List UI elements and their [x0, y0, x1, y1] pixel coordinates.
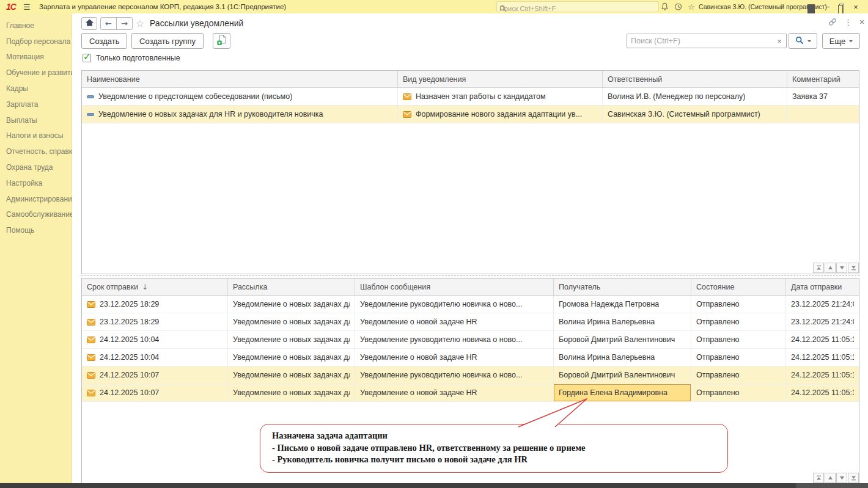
message-row[interactable]: 24.12.2025 10:07Уведомление о новых зада…	[82, 384, 859, 402]
back-button[interactable]: ←	[100, 17, 117, 30]
home-button[interactable]	[81, 17, 97, 30]
message-due-cell[interactable]: 23.12.2025 18:29	[82, 296, 228, 313]
sidebar-item[interactable]: Кадры	[0, 81, 72, 97]
message-status-cell[interactable]: Отправлено	[691, 331, 786, 348]
filter-prepared-checkbox[interactable]: ✓ Только подготовленные	[83, 54, 180, 62]
column-header-responsible[interactable]: Ответственный	[603, 71, 787, 87]
go-top-button[interactable]	[813, 473, 824, 483]
sidebar-item[interactable]: Настройка	[0, 175, 72, 191]
restore-button[interactable]	[836, 0, 846, 13]
message-mailing-cell[interactable]: Уведомление о новых задачах для HR...	[228, 331, 355, 348]
close-form-icon[interactable]: ×	[859, 17, 864, 27]
mailing-comment-cell[interactable]: Заявка 37	[787, 88, 859, 105]
message-due-cell[interactable]: 23.12.2025 18:29	[82, 313, 228, 330]
message-recipient-cell[interactable]: Волина Ирина Валерьевна	[554, 349, 691, 366]
go-up-button[interactable]	[825, 473, 836, 483]
mailing-name-cell[interactable]: Уведомление о новых задачах для HR и рук…	[82, 106, 398, 123]
message-recipient-cell[interactable]: Гордина Елена Владимировна	[554, 384, 691, 401]
message-mailing-cell[interactable]: Уведомление о новых задачах для HR...	[228, 366, 355, 384]
sidebar-item[interactable]: Обучение и развитие	[0, 65, 72, 81]
message-row[interactable]: 23.12.2025 18:29Уведомление о новых зада…	[82, 313, 859, 331]
clear-search-icon[interactable]: ×	[773, 37, 786, 46]
go-down-button[interactable]	[836, 473, 847, 483]
mailing-responsible-cell[interactable]: Волина И.В. (Менеджер по персоналу)	[603, 88, 787, 105]
message-row[interactable]: 23.12.2025 18:29Уведомление о новых зада…	[82, 296, 859, 313]
notifications-bell-icon[interactable]	[659, 0, 670, 13]
message-mailing-cell[interactable]: Уведомление о новых задачах для HR...	[228, 313, 355, 330]
message-status-cell[interactable]: Отправлено	[691, 313, 786, 330]
message-status-cell[interactable]: Отправлено	[691, 296, 786, 313]
message-sent-cell[interactable]: 24.12.2025 11:05:14	[786, 384, 859, 401]
message-template-cell[interactable]: Уведомление руководителю новичка о ново.…	[355, 331, 554, 348]
message-sent-cell[interactable]: 23.12.2025 21:24:01	[786, 296, 859, 313]
message-due-cell[interactable]: 24.12.2025 10:04	[82, 349, 228, 366]
column-header-template[interactable]: Шаблон сообщения	[355, 279, 554, 295]
message-sent-cell[interactable]: 24.12.2025 11:05:14	[786, 349, 859, 366]
message-recipient-cell[interactable]: Волина Ирина Валерьевна	[554, 313, 691, 330]
message-sent-cell[interactable]: 23.12.2025 21:24:01	[786, 313, 859, 330]
mailing-row[interactable]: Уведомление о предстоящем собеседовании …	[82, 88, 859, 106]
global-search[interactable]	[496, 1, 659, 12]
favorite-star-icon[interactable]: ☆	[136, 18, 144, 29]
favorites-star-icon[interactable]: ☆	[686, 0, 697, 13]
column-header-sent[interactable]: Дата отправки	[786, 279, 859, 295]
history-icon[interactable]	[672, 0, 683, 13]
column-header-status[interactable]: Состояние	[691, 279, 786, 295]
message-sent-cell[interactable]: 24.12.2025 11:05:14	[786, 331, 859, 348]
sidebar-item[interactable]: Отчетность, справки	[0, 144, 72, 159]
message-due-cell[interactable]: 24.12.2025 10:07	[82, 366, 228, 384]
message-mailing-cell[interactable]: Уведомление о новых задачах для HR...	[228, 384, 355, 401]
message-status-cell[interactable]: Отправлено	[691, 349, 786, 366]
message-template-cell[interactable]: Уведомление о новой задаче HR	[355, 349, 554, 366]
message-recipient-cell[interactable]: Боровой Дмитрий Валентинович	[554, 331, 691, 348]
copy-item-button[interactable]	[213, 33, 230, 49]
sidebar-item[interactable]: Самообслуживание	[0, 207, 72, 223]
message-mailing-cell[interactable]: Уведомление о новых задачах для HR...	[228, 296, 355, 313]
sidebar-item[interactable]: Охрана труда	[0, 159, 72, 175]
create-group-button[interactable]: Создать группу	[131, 33, 204, 49]
message-row[interactable]: 24.12.2025 10:07Уведомление о новых зада…	[82, 366, 859, 384]
mailing-row[interactable]: Уведомление о новых задачах для HR и рук…	[82, 106, 859, 123]
message-template-cell[interactable]: Уведомление руководителю новичка о ново.…	[355, 366, 554, 384]
more-dots-icon[interactable]: ⋮	[844, 18, 852, 27]
minimize-button[interactable]: –	[823, 0, 833, 13]
message-mailing-cell[interactable]: Уведомление о новых задачах для HR...	[228, 349, 355, 366]
message-recipient-cell[interactable]: Боровой Дмитрий Валентинович	[554, 366, 691, 384]
mailing-comment-cell[interactable]	[787, 106, 859, 123]
message-template-cell[interactable]: Уведомление о новой задаче HR	[355, 384, 554, 401]
message-status-cell[interactable]: Отправлено	[691, 384, 786, 401]
sidebar-item[interactable]: Главное	[0, 18, 72, 34]
mailing-type-cell[interactable]: Назначен этап работы с кандидатом	[398, 88, 603, 105]
sidebar-item[interactable]: Помощь	[0, 222, 72, 238]
table-search-input[interactable]	[627, 37, 773, 45]
message-row[interactable]: 24.12.2025 10:04Уведомление о новых зада…	[82, 349, 859, 366]
message-due-cell[interactable]: 24.12.2025 10:07	[82, 384, 228, 401]
message-sent-cell[interactable]: 24.12.2025 11:05:14	[786, 366, 859, 384]
mailing-name-cell[interactable]: Уведомление о предстоящем собеседовании …	[82, 88, 398, 105]
go-bottom-button[interactable]	[848, 263, 859, 273]
message-template-cell[interactable]: Уведомление руководителю новичка о ново.…	[355, 296, 554, 313]
sidebar-item[interactable]: Налоги и взносы	[0, 128, 72, 144]
go-bottom-button[interactable]	[848, 473, 859, 483]
sidebar-item[interactable]: Подбор персонала	[0, 34, 72, 49]
mailing-type-cell[interactable]: Формирование нового задания адаптации ув…	[398, 106, 603, 123]
service-menu-icon[interactable]	[806, 0, 817, 13]
column-header-comment[interactable]: Комментарий	[787, 71, 859, 87]
main-menu-icon[interactable]: ☰	[23, 0, 31, 13]
sidebar-item[interactable]: Выплаты	[0, 112, 72, 128]
sidebar-item[interactable]: Мотивация	[0, 49, 72, 65]
tables-splitter[interactable]	[81, 275, 859, 276]
column-header-due[interactable]: Срок отправки↓	[82, 279, 228, 295]
sidebar-item[interactable]: Администрирование	[0, 191, 72, 207]
mailing-responsible-cell[interactable]: Савинская З.Ю. (Системный программист)	[603, 106, 787, 123]
column-header-recipient[interactable]: Получатель	[554, 279, 691, 295]
forward-button[interactable]: →	[116, 17, 133, 30]
sidebar-item[interactable]: Зарплата	[0, 97, 72, 112]
column-header-mailing[interactable]: Рассылка	[228, 279, 355, 295]
message-recipient-cell[interactable]: Громова Надежда Петровна	[554, 296, 691, 313]
more-button[interactable]: Еще	[822, 33, 860, 49]
column-header-name[interactable]: Наименование	[82, 71, 398, 87]
message-template-cell[interactable]: Уведомление о новой задаче HR	[355, 313, 554, 330]
message-due-cell[interactable]: 24.12.2025 10:04	[82, 331, 228, 348]
go-down-button[interactable]	[836, 263, 847, 273]
